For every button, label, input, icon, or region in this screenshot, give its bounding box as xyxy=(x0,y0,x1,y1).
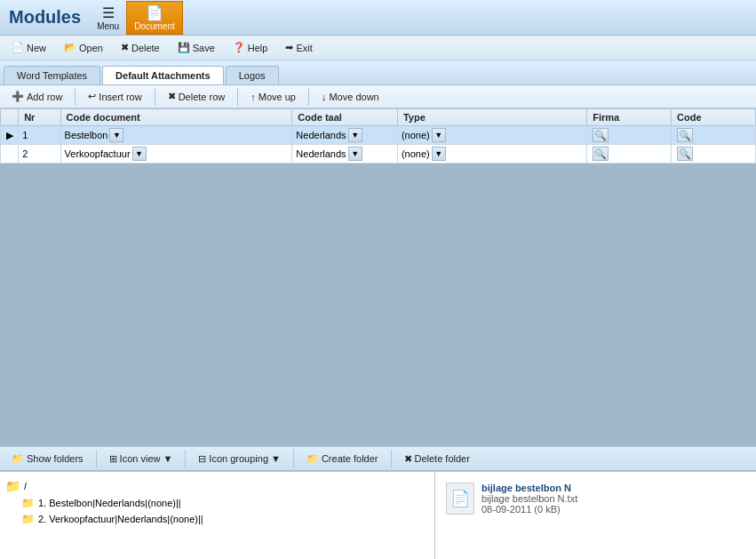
row-code-document[interactable]: Verkoopfactuur ▼ xyxy=(60,145,292,164)
separator xyxy=(391,450,392,467)
move-down-icon: ↓ xyxy=(322,92,327,102)
separator xyxy=(75,88,76,106)
col-taal-header: Code taal xyxy=(292,109,398,126)
move-up-button[interactable]: ↑ Move up xyxy=(243,88,304,106)
file-name: bijlage bestelbon N xyxy=(481,483,577,493)
row-firma[interactable]: 🔍 xyxy=(587,126,672,145)
folder-icon: 📁 xyxy=(21,513,35,525)
row-nr: 1 xyxy=(19,126,60,145)
icon-grouping-button[interactable]: ⊟ Icon grouping ▼ xyxy=(190,449,289,468)
delete-folder-button[interactable]: ✖ Delete folder xyxy=(396,449,478,468)
insert-row-icon: ↩ xyxy=(88,91,96,102)
table-row[interactable]: 2 Verkoopfactuur ▼ Nederlands ▼ (none) xyxy=(1,145,756,164)
move-up-icon: ↑ xyxy=(251,92,256,102)
move-down-button[interactable]: ↓ Move down xyxy=(314,88,387,106)
code-search-btn[interactable]: 🔍 xyxy=(677,128,693,142)
tab-logos[interactable]: Logos xyxy=(226,66,279,84)
delete-row-icon: ✖ xyxy=(168,91,176,102)
document-icon: 📄 xyxy=(145,4,164,21)
row-nr: 2 xyxy=(19,145,60,164)
taal-dropdown-btn[interactable]: ▼ xyxy=(348,147,362,161)
icon-view-button[interactable]: ⊞ Icon view ▼ xyxy=(101,449,181,468)
row-type[interactable]: (none) ▼ xyxy=(397,126,586,145)
row-indicator xyxy=(1,145,19,164)
row-code-taal[interactable]: Nederlands ▼ xyxy=(292,126,398,145)
firma-search-btn[interactable]: 🔍 xyxy=(593,128,609,142)
code-dropdown-btn[interactable]: ▼ xyxy=(109,128,123,142)
help-icon: ❓ xyxy=(233,42,245,53)
icon-view-icon: ⊞ xyxy=(109,453,117,465)
separator xyxy=(293,450,294,467)
app-title: Modules xyxy=(0,7,90,28)
create-folder-icon: 📁 xyxy=(306,453,319,465)
col-code-val-header: Code xyxy=(672,109,756,126)
table-row[interactable]: ▶ 1 Bestelbon ▼ Nederlands ▼ (no xyxy=(1,126,756,145)
delete-row-button[interactable]: ✖ Delete row xyxy=(160,88,234,106)
show-folders-icon: 📁 xyxy=(12,453,24,465)
file-browser: 📁 / 📁 1. Bestelbon|Nederlands|(none)|| 📁… xyxy=(0,471,756,559)
type-dropdown-btn[interactable]: ▼ xyxy=(432,147,446,161)
col-firma-header: Firma xyxy=(587,109,672,126)
row-code-val[interactable]: 🔍 xyxy=(672,126,756,145)
code-search-btn[interactable]: 🔍 xyxy=(677,147,693,161)
separator xyxy=(185,450,186,467)
row-indicator: ▶ xyxy=(1,126,19,145)
row-code-document[interactable]: Bestelbon ▼ xyxy=(60,126,292,145)
data-table: Nr Code document Code taal Type Firma Co… xyxy=(0,108,756,164)
save-icon: 💾 xyxy=(178,42,190,53)
file-filename: bijlage bestelbon N.txt xyxy=(481,493,577,504)
new-button[interactable]: 📄 New xyxy=(4,38,54,58)
row-code-val[interactable]: 🔍 xyxy=(672,145,756,164)
show-folders-button[interactable]: 📁 Show folders xyxy=(4,449,92,468)
separator xyxy=(237,88,238,106)
taal-dropdown-btn[interactable]: ▼ xyxy=(348,128,362,142)
delete-icon: ✖ xyxy=(121,42,129,53)
icon-view-chevron: ▼ xyxy=(163,453,172,464)
row-toolbar: ➕ Add row ↩ Insert row ✖ Delete row ↑ Mo… xyxy=(0,85,756,108)
file-item[interactable]: 📄 bijlage bestelbon N bijlage bestelbon … xyxy=(442,479,749,518)
save-button[interactable]: 💾 Save xyxy=(170,38,223,58)
separator xyxy=(96,450,97,467)
open-button[interactable]: 📂 Open xyxy=(56,38,111,58)
tab-bar: Word Templates Default Attachments Logos xyxy=(0,60,756,85)
file-date: 08-09-2011 (0 kB) xyxy=(481,504,577,515)
row-firma[interactable]: 🔍 xyxy=(587,145,672,164)
separator xyxy=(308,88,309,106)
file-icon: 📄 xyxy=(446,483,474,515)
folder-root[interactable]: 📁 / xyxy=(5,477,429,495)
separator xyxy=(155,88,155,106)
delete-button[interactable]: ✖ Delete xyxy=(113,38,168,58)
list-item[interactable]: 📁 1. Bestelbon|Nederlands|(none)|| xyxy=(21,495,429,511)
exit-button[interactable]: ➡ Exit xyxy=(277,38,320,58)
tab-word-templates[interactable]: Word Templates xyxy=(4,66,100,84)
folder-tree: 📁 / 📁 1. Bestelbon|Nederlands|(none)|| 📁… xyxy=(0,472,435,559)
type-dropdown-btn[interactable]: ▼ xyxy=(432,128,446,142)
list-item[interactable]: 📁 2. Verkoopfactuur|Nederlands|(none)|| xyxy=(21,511,429,527)
col-indicator xyxy=(1,109,19,126)
exit-icon: ➡ xyxy=(285,42,293,53)
row-type[interactable]: (none) ▼ xyxy=(397,145,586,164)
file-details: bijlage bestelbon N bijlage bestelbon N.… xyxy=(481,483,577,515)
add-row-button[interactable]: ➕ Add row xyxy=(4,88,70,106)
code-dropdown-btn[interactable]: ▼ xyxy=(132,147,147,161)
help-button[interactable]: ❓ Help xyxy=(225,38,276,58)
open-icon: 📂 xyxy=(64,42,76,53)
menu-button[interactable]: ☰ Menu xyxy=(90,1,126,35)
folder-icon: 📁 xyxy=(21,497,35,509)
delete-folder-icon: ✖ xyxy=(404,453,412,465)
menu-icon: ☰ xyxy=(99,4,118,21)
tab-default-attachments[interactable]: Default Attachments xyxy=(102,66,224,84)
add-row-icon: ➕ xyxy=(12,91,24,102)
file-view: 📄 bijlage bestelbon N bijlage bestelbon … xyxy=(435,472,756,559)
row-code-taal[interactable]: Nederlands ▼ xyxy=(292,145,398,164)
table-area: Nr Code document Code taal Type Firma Co… xyxy=(0,108,756,446)
col-code-header: Code document xyxy=(60,109,292,126)
firma-search-btn[interactable]: 🔍 xyxy=(593,147,609,161)
icon-grouping-chevron: ▼ xyxy=(271,453,281,464)
bottom-toolbar: 📁 Show folders ⊞ Icon view ▼ ⊟ Icon grou… xyxy=(0,446,756,471)
create-folder-button[interactable]: 📁 Create folder xyxy=(298,449,386,468)
document-button[interactable]: 📄 Document xyxy=(126,1,183,35)
action-bar: 📄 New 📂 Open ✖ Delete 💾 Save ❓ Help ➡ Ex… xyxy=(0,36,756,60)
top-bar: Modules ☰ Menu 📄 Document xyxy=(0,0,756,36)
insert-row-button[interactable]: ↩ Insert row xyxy=(80,88,149,106)
